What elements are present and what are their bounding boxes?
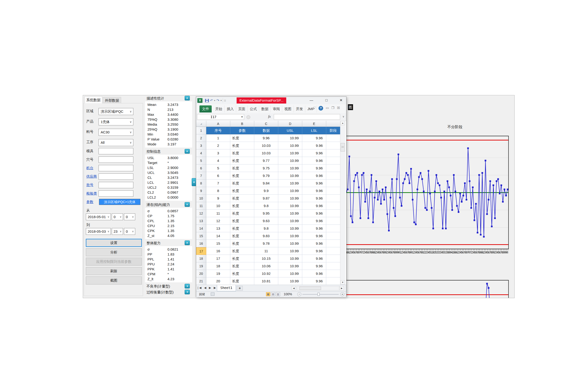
select-to-minute[interactable]: 0∨: [124, 228, 135, 235]
cell[interactable]: 11: [206, 210, 230, 217]
excel-app-icon[interactable]: X: [197, 98, 202, 103]
select-to-hour[interactable]: 23∨: [112, 228, 123, 235]
cell[interactable]: 9.96: [302, 217, 326, 225]
tab-external-data[interactable]: 外部数据: [103, 97, 121, 103]
field-label-param[interactable]: 参数: [86, 200, 93, 204]
tab-system-data[interactable]: 系统数据: [84, 96, 102, 103]
cell[interactable]: 长度: [230, 150, 254, 157]
select-all-corner[interactable]: ◢: [196, 121, 206, 127]
row-number[interactable]: 20: [196, 270, 206, 278]
cell[interactable]: 长度: [230, 240, 254, 247]
cell[interactable]: 9.96: [302, 164, 326, 172]
cell[interactable]: 16: [206, 247, 230, 255]
cell[interactable]: 9.96: [302, 202, 326, 210]
cell[interactable]: [326, 278, 341, 285]
maximize-button[interactable]: □: [321, 97, 332, 104]
cell[interactable]: 9.84: [254, 180, 278, 187]
cell[interactable]: 长度: [230, 187, 254, 194]
column-header-F[interactable]: [326, 121, 341, 127]
field-label-检验类[interactable]: 检验类: [86, 191, 97, 196]
cell[interactable]: 长度: [230, 142, 254, 150]
cell[interactable]: 长度: [230, 134, 254, 142]
name-box-dropdown-icon[interactable]: ▼: [241, 114, 243, 120]
cell[interactable]: 5: [206, 164, 230, 172]
cell[interactable]: 10.99: [278, 262, 302, 270]
cell[interactable]: 10.99: [278, 172, 302, 180]
cell[interactable]: 长度: [230, 157, 254, 164]
cell[interactable]: 12: [206, 217, 230, 225]
cell[interactable]: 10.99: [278, 180, 302, 187]
input-批号[interactable]: [98, 182, 133, 188]
cell[interactable]: 10.99: [278, 202, 302, 210]
cell[interactable]: 长度: [230, 164, 254, 172]
cell[interactable]: 长度: [230, 202, 254, 210]
row-number[interactable]: 10: [196, 194, 206, 202]
cell[interactable]: [326, 164, 341, 172]
cell[interactable]: 20: [206, 278, 230, 285]
zoom-handle[interactable]: [318, 293, 320, 296]
select-from-minute[interactable]: 0∨: [124, 214, 135, 220]
expand-section-icon[interactable]: «: [185, 290, 190, 294]
cell[interactable]: 6: [206, 172, 230, 180]
macro-record-icon[interactable]: [211, 292, 214, 296]
cell[interactable]: 9.96: [302, 278, 326, 285]
row-number[interactable]: 2: [196, 134, 206, 142]
param-selected-value[interactable]: 演示区域IPQC>1壳体: [99, 199, 140, 205]
cell[interactable]: 10.99: [278, 240, 302, 247]
cell[interactable]: [326, 134, 341, 142]
page-break-view-icon[interactable]: ▥: [276, 292, 280, 296]
cell[interactable]: 长度: [230, 225, 254, 232]
workbook-minimize-icon[interactable]: ▭: [326, 106, 329, 110]
cell[interactable]: 10.03: [254, 142, 278, 150]
name-box[interactable]: I17 ▼: [197, 114, 244, 120]
formula-input[interactable]: [274, 114, 340, 120]
cell[interactable]: 9.96: [302, 187, 326, 194]
hscroll-thumb[interactable]: [299, 286, 321, 290]
vertical-scrollbar[interactable]: ▲ ▼: [340, 121, 345, 285]
cell[interactable]: [326, 262, 341, 270]
cell[interactable]: 9.96: [302, 225, 326, 232]
cell[interactable]: 10.99: [278, 150, 302, 157]
cell[interactable]: 10.99: [278, 210, 302, 217]
cell[interactable]: 10.99: [278, 255, 302, 262]
cell[interactable]: 2: [206, 142, 230, 150]
cell[interactable]: 10.99: [278, 134, 302, 142]
cell[interactable]: 9.96: [302, 240, 326, 247]
cell[interactable]: [326, 202, 341, 210]
header-cell-USL[interactable]: USL: [278, 127, 302, 134]
cell[interactable]: 9.78: [254, 240, 278, 247]
cell[interactable]: 10.99: [278, 187, 302, 194]
cell[interactable]: 9.95: [254, 210, 278, 217]
select-产品[interactable]: 1壳体∨: [98, 118, 133, 126]
cell[interactable]: 9.79: [254, 172, 278, 180]
cell[interactable]: 9.96: [254, 134, 278, 142]
cell[interactable]: 14: [206, 232, 230, 240]
cell[interactable]: [326, 142, 341, 150]
horizontal-scrollbar[interactable]: [297, 286, 339, 290]
scroll-up-icon[interactable]: ▲: [341, 121, 345, 125]
cell[interactable]: [326, 270, 341, 278]
cell[interactable]: 9.9: [254, 187, 278, 194]
column-header-C[interactable]: C: [254, 121, 278, 127]
cell[interactable]: [326, 232, 341, 240]
save-icon[interactable]: [205, 99, 209, 102]
cell[interactable]: [326, 240, 341, 247]
cell[interactable]: 8: [206, 187, 230, 194]
zoom-track[interactable]: [302, 294, 339, 294]
excel-title-bar[interactable]: X ↶ ▾ ↷ ▾ ⍗ ExternalDataFormatForSP... —…: [196, 97, 346, 104]
cell[interactable]: 10.99: [278, 270, 302, 278]
input-模具[interactable]: [98, 148, 133, 154]
cell[interactable]: 9.96: [302, 134, 326, 142]
ribbon-tab-数据[interactable]: 数据: [259, 106, 271, 112]
cell[interactable]: 长度: [230, 232, 254, 240]
cell[interactable]: 17: [206, 255, 230, 262]
cell[interactable]: 10.99: [278, 247, 302, 255]
select-工序[interactable]: All∨: [98, 139, 133, 146]
workbook-restore-icon[interactable]: ❐: [331, 106, 334, 110]
cell[interactable]: 9.8: [254, 202, 278, 210]
expand-section-icon[interactable]: «: [185, 284, 190, 288]
sheet-tab-sheet1[interactable]: Sheet1: [217, 285, 236, 291]
row-number[interactable]: 21: [196, 278, 206, 285]
cell[interactable]: 9.63: [254, 217, 278, 225]
collapse-section-icon[interactable]: «: [185, 96, 190, 100]
